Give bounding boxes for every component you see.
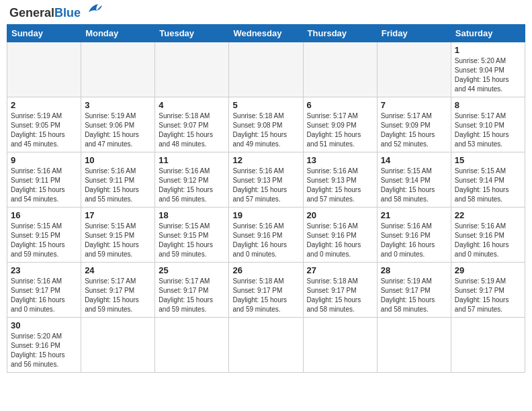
day-info: Sunrise: 5:17 AM Sunset: 9:17 PM Dayligh…: [159, 277, 225, 314]
calendar-cell: 29Sunrise: 5:19 AM Sunset: 9:17 PM Dayli…: [451, 263, 525, 318]
calendar-cell: 15Sunrise: 5:15 AM Sunset: 9:14 PM Dayli…: [451, 152, 525, 208]
day-number: 4: [159, 100, 225, 110]
day-info: Sunrise: 5:20 AM Sunset: 9:16 PM Dayligh…: [11, 332, 77, 369]
calendar-cell: 7Sunrise: 5:17 AM Sunset: 9:09 PM Daylig…: [377, 97, 451, 152]
calendar-cell: [303, 42, 377, 97]
day-info: Sunrise: 5:19 AM Sunset: 9:06 PM Dayligh…: [85, 111, 151, 149]
day-number: 10: [85, 155, 151, 165]
day-number: 24: [85, 265, 151, 275]
calendar-row-0: 1Sunrise: 5:20 AM Sunset: 9:04 PM Daylig…: [7, 42, 525, 97]
logo-bird-icon: [83, 3, 103, 17]
weekday-header-monday: Monday: [81, 25, 155, 42]
calendar-cell: 20Sunrise: 5:16 AM Sunset: 9:16 PM Dayli…: [303, 208, 377, 263]
calendar-cell: 3Sunrise: 5:19 AM Sunset: 9:06 PM Daylig…: [81, 97, 155, 152]
day-number: 18: [159, 210, 225, 220]
calendar-cell: 22Sunrise: 5:16 AM Sunset: 9:16 PM Dayli…: [451, 208, 525, 263]
weekday-header-sunday: Sunday: [7, 25, 81, 42]
calendar-cell: 4Sunrise: 5:18 AM Sunset: 9:07 PM Daylig…: [155, 97, 229, 152]
day-info: Sunrise: 5:17 AM Sunset: 9:09 PM Dayligh…: [381, 111, 447, 149]
day-info: Sunrise: 5:16 AM Sunset: 9:11 PM Dayligh…: [85, 167, 151, 204]
calendar-cell: [155, 318, 229, 373]
day-number: 22: [455, 210, 521, 220]
weekday-header-tuesday: Tuesday: [155, 25, 229, 42]
day-info: Sunrise: 5:19 AM Sunset: 9:05 PM Dayligh…: [11, 111, 77, 149]
day-info: Sunrise: 5:18 AM Sunset: 9:07 PM Dayligh…: [159, 111, 225, 149]
calendar-cell: 11Sunrise: 5:16 AM Sunset: 9:12 PM Dayli…: [155, 152, 229, 208]
day-number: 11: [159, 155, 225, 165]
day-number: 27: [307, 265, 373, 275]
calendar-cell: 10Sunrise: 5:16 AM Sunset: 9:11 PM Dayli…: [81, 152, 155, 208]
calendar-cell: 5Sunrise: 5:18 AM Sunset: 9:08 PM Daylig…: [229, 97, 303, 152]
day-number: 16: [11, 210, 77, 220]
day-number: 26: [232, 265, 299, 275]
day-info: Sunrise: 5:18 AM Sunset: 9:17 PM Dayligh…: [307, 277, 373, 314]
day-number: 12: [232, 155, 299, 165]
calendar-table: SundayMondayTuesdayWednesdayThursdayFrid…: [7, 24, 525, 373]
day-info: Sunrise: 5:17 AM Sunset: 9:10 PM Dayligh…: [455, 111, 521, 149]
day-info: Sunrise: 5:15 AM Sunset: 9:15 PM Dayligh…: [85, 222, 151, 259]
day-info: Sunrise: 5:17 AM Sunset: 9:17 PM Dayligh…: [85, 277, 151, 314]
day-info: Sunrise: 5:16 AM Sunset: 9:13 PM Dayligh…: [232, 167, 299, 204]
day-number: 13: [307, 155, 373, 165]
calendar-cell: 1Sunrise: 5:20 AM Sunset: 9:04 PM Daylig…: [451, 42, 525, 97]
day-info: Sunrise: 5:16 AM Sunset: 9:16 PM Dayligh…: [232, 222, 299, 259]
day-info: Sunrise: 5:16 AM Sunset: 9:16 PM Dayligh…: [307, 222, 373, 259]
calendar-cell: 21Sunrise: 5:16 AM Sunset: 9:16 PM Dayli…: [377, 208, 451, 263]
calendar-cell: 9Sunrise: 5:16 AM Sunset: 9:11 PM Daylig…: [7, 152, 81, 208]
day-number: 25: [159, 265, 225, 275]
calendar-cell: [377, 318, 451, 373]
day-number: 9: [11, 155, 77, 165]
calendar-cell: [229, 318, 303, 373]
calendar-cell: 23Sunrise: 5:16 AM Sunset: 9:17 PM Dayli…: [7, 263, 81, 318]
calendar-cell: 30Sunrise: 5:20 AM Sunset: 9:16 PM Dayli…: [7, 318, 81, 373]
calendar-row-3: 16Sunrise: 5:15 AM Sunset: 9:15 PM Dayli…: [7, 208, 525, 263]
day-info: Sunrise: 5:16 AM Sunset: 9:16 PM Dayligh…: [455, 222, 521, 259]
calendar-cell: 27Sunrise: 5:18 AM Sunset: 9:17 PM Dayli…: [303, 263, 377, 318]
calendar-cell: 19Sunrise: 5:16 AM Sunset: 9:16 PM Dayli…: [229, 208, 303, 263]
calendar-cell: [451, 318, 525, 373]
day-number: 20: [307, 210, 373, 220]
day-number: 6: [307, 100, 373, 110]
day-info: Sunrise: 5:16 AM Sunset: 9:13 PM Dayligh…: [307, 167, 373, 204]
calendar-row-1: 2Sunrise: 5:19 AM Sunset: 9:05 PM Daylig…: [7, 97, 525, 152]
weekday-header-wednesday: Wednesday: [229, 25, 303, 42]
day-number: 29: [455, 265, 521, 275]
day-number: 19: [232, 210, 299, 220]
day-number: 15: [455, 155, 521, 165]
day-number: 28: [381, 265, 447, 275]
day-info: Sunrise: 5:16 AM Sunset: 9:17 PM Dayligh…: [11, 277, 77, 314]
day-info: Sunrise: 5:16 AM Sunset: 9:12 PM Dayligh…: [159, 167, 225, 204]
calendar-cell: [303, 318, 377, 373]
day-info: Sunrise: 5:15 AM Sunset: 9:15 PM Dayligh…: [11, 222, 77, 259]
day-info: Sunrise: 5:19 AM Sunset: 9:17 PM Dayligh…: [381, 277, 447, 314]
calendar-cell: 12Sunrise: 5:16 AM Sunset: 9:13 PM Dayli…: [229, 152, 303, 208]
calendar-cell: [155, 42, 229, 97]
calendar-cell: 25Sunrise: 5:17 AM Sunset: 9:17 PM Dayli…: [155, 263, 229, 318]
day-info: Sunrise: 5:16 AM Sunset: 9:11 PM Dayligh…: [11, 167, 77, 204]
calendar-row-4: 23Sunrise: 5:16 AM Sunset: 9:17 PM Dayli…: [7, 263, 525, 318]
calendar-cell: 13Sunrise: 5:16 AM Sunset: 9:13 PM Dayli…: [303, 152, 377, 208]
day-number: 21: [381, 210, 447, 220]
day-number: 8: [455, 100, 521, 110]
day-number: 30: [11, 320, 77, 330]
calendar-cell: 2Sunrise: 5:19 AM Sunset: 9:05 PM Daylig…: [7, 97, 81, 152]
calendar-row-2: 9Sunrise: 5:16 AM Sunset: 9:11 PM Daylig…: [7, 152, 525, 208]
calendar-cell: [229, 42, 303, 97]
day-number: 3: [85, 100, 151, 110]
weekday-header-row: SundayMondayTuesdayWednesdayThursdayFrid…: [7, 25, 525, 42]
day-number: 17: [85, 210, 151, 220]
day-number: 2: [11, 100, 77, 110]
calendar-row-5: 30Sunrise: 5:20 AM Sunset: 9:16 PM Dayli…: [7, 318, 525, 373]
day-info: Sunrise: 5:19 AM Sunset: 9:17 PM Dayligh…: [455, 277, 521, 314]
calendar-cell: 28Sunrise: 5:19 AM Sunset: 9:17 PM Dayli…: [377, 263, 451, 318]
day-number: 23: [11, 265, 77, 275]
day-number: 14: [381, 155, 447, 165]
page-header: GeneralBlue: [7, 7, 525, 19]
weekday-header-thursday: Thursday: [303, 25, 377, 42]
day-info: Sunrise: 5:18 AM Sunset: 9:08 PM Dayligh…: [232, 111, 299, 149]
day-info: Sunrise: 5:15 AM Sunset: 9:14 PM Dayligh…: [455, 167, 521, 204]
calendar-cell: 16Sunrise: 5:15 AM Sunset: 9:15 PM Dayli…: [7, 208, 81, 263]
logo: GeneralBlue: [9, 7, 103, 19]
calendar-cell: [81, 318, 155, 373]
weekday-header-friday: Friday: [377, 25, 451, 42]
